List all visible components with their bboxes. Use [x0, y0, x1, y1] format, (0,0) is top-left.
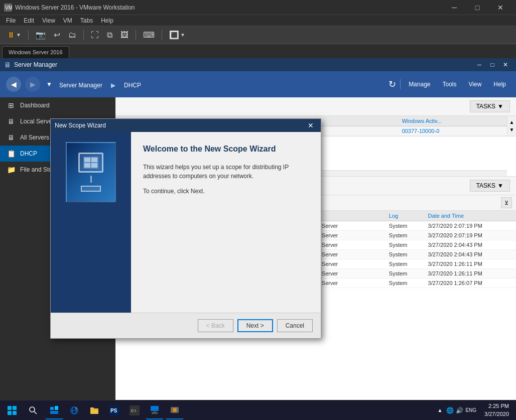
tray-expand-btn[interactable]: ▲	[435, 407, 444, 413]
vmware-title: Windows Server 2016 - VMware Workstation	[15, 4, 443, 11]
clock-date: 3/27/2020	[484, 410, 509, 418]
wizard-continue-text: To continue, click Next.	[143, 187, 309, 196]
sm-manage-button[interactable]: Manage	[405, 79, 434, 90]
svg-point-6	[30, 407, 35, 412]
event-log-cell: System	[385, 250, 424, 259]
event-datetime-cell: 3/27/2020 1:26:07 PM	[424, 278, 516, 288]
sm-titlebar: 🖥 Server Manager ─ □ ✕	[0, 58, 516, 71]
vmware-snapshot-manager-button[interactable]: 🗂	[65, 28, 79, 42]
file-services-icon: 📁	[6, 166, 16, 174]
events-tasks-button[interactable]: TASKS ▼	[470, 180, 510, 192]
svg-rect-2	[8, 406, 12, 410]
vmware-send-ctrl-alt-del-button[interactable]: ⌨	[140, 28, 158, 42]
monitor-screen	[83, 157, 98, 169]
wizard-close-button[interactable]: ✕	[305, 119, 317, 131]
sm-title: Server Manager	[14, 61, 473, 68]
sm-tools-button[interactable]: Tools	[439, 79, 461, 90]
taskbar-item-powershell[interactable]: PS	[105, 401, 123, 419]
all-servers-icon: 🖥	[6, 133, 16, 142]
menu-view[interactable]: View	[38, 15, 59, 26]
event-datetime-cell: 3/27/2020 1:26:11 PM	[424, 259, 516, 269]
sm-close-button[interactable]: ✕	[499, 58, 512, 71]
wizard-titlebar: New Scope Wizard ✕	[51, 119, 321, 132]
taskbar-item-cmd[interactable]: C:\	[125, 401, 144, 419]
sm-breadcrumb: Server Manager ▶ DHCP	[56, 79, 384, 90]
header-separator	[400, 79, 401, 89]
tray-volume-icon[interactable]: 🔊	[456, 407, 463, 414]
svg-text:e: e	[75, 406, 77, 410]
event-datetime-cell: 3/27/2020 1:26:11 PM	[424, 269, 516, 278]
scroll-down-btn[interactable]: ▼	[509, 127, 514, 132]
servers-tasks-button[interactable]: TASKS ▼	[470, 100, 510, 112]
connector-line	[90, 176, 92, 183]
menu-edit[interactable]: Edit	[20, 15, 38, 26]
wizard-illustration	[66, 142, 116, 202]
sm-dropdown-btn[interactable]: ▼	[46, 81, 52, 88]
events-col-datetime[interactable]: Date and Time	[424, 211, 516, 221]
toolbar-separator-4	[162, 30, 162, 40]
servers-tasks-bar: TASKS ▼	[115, 97, 516, 116]
sm-refresh-button[interactable]: ↻	[389, 79, 396, 90]
sm-header: ◀ ▶ ▼ Server Manager ▶ DHCP ↻ Manage Too…	[0, 71, 516, 97]
vmware-snapshot-button[interactable]: 📷	[33, 28, 49, 42]
sm-minimize-button[interactable]: ─	[473, 58, 486, 71]
events-expand-button[interactable]: ⊻	[501, 197, 512, 208]
vmware-revert-button[interactable]: ↩	[51, 28, 63, 42]
tray-language-icon: ENG	[465, 407, 476, 413]
tray-network-icon[interactable]: 🌐	[446, 407, 454, 414]
toolbar-separator-3	[136, 30, 136, 40]
event-datetime-cell: 3/27/2020 2:04:43 PM	[424, 250, 516, 259]
wizard-welcome-title: Welcome to the New Scope Wizard	[143, 144, 309, 155]
sm-help-button[interactable]: Help	[489, 79, 510, 90]
vmware-minimize-button[interactable]: ─	[443, 0, 466, 15]
wizard-back-button[interactable]: < Back	[198, 319, 233, 332]
vmware-fullscreen-button[interactable]: ⛶	[88, 28, 102, 42]
vmware-titlebar-controls: ─ □ ✕	[443, 0, 512, 15]
taskbar-search-button[interactable]	[24, 400, 42, 421]
menu-file[interactable]: File	[2, 15, 20, 26]
wizard-cancel-button[interactable]: Cancel	[277, 319, 313, 332]
events-col-log[interactable]: Log	[385, 211, 424, 221]
taskbar-item-file-manager[interactable]	[85, 401, 103, 419]
svg-rect-16	[90, 407, 94, 409]
clock-time: 2:25 PM	[484, 402, 509, 410]
menu-help[interactable]: Help	[97, 15, 117, 26]
sidebar-label-dashboard: Dashboard	[20, 102, 50, 109]
wizard-description: This wizard helps you set up a scope for…	[143, 163, 309, 181]
vmware-window: VM Windows Server 2016 - VMware Workstat…	[0, 0, 516, 400]
vmware-close-button[interactable]: ✕	[489, 0, 512, 15]
vmware-view-toggle-button[interactable]: 🔳▼	[166, 28, 188, 42]
event-log-cell: System	[385, 269, 424, 278]
wizard-sidebar-image	[51, 132, 131, 313]
sm-maximize-button[interactable]: □	[486, 58, 499, 71]
taskbar-item-ie[interactable]: e	[65, 401, 83, 419]
event-log-cell: System	[385, 278, 424, 288]
sm-forward-button[interactable]: ▶	[25, 77, 40, 92]
scroll-up-btn[interactable]: ▲	[509, 119, 514, 125]
start-button[interactable]	[0, 400, 24, 421]
wizard-next-button[interactable]: Next >	[237, 319, 273, 332]
show-desktop-button[interactable]	[513, 400, 516, 421]
vmware-unity-button[interactable]: ⧉	[104, 28, 115, 42]
taskbar-item-dhcp-tool[interactable]	[166, 401, 184, 419]
toolbar-separator-2	[83, 30, 84, 40]
taskbar-clock[interactable]: 2:25 PM 3/27/2020	[480, 402, 513, 418]
sm-header-tools: ↻ Manage Tools View Help	[389, 79, 510, 90]
sidebar-item-dashboard[interactable]: ⊞ Dashboard	[0, 97, 115, 113]
svg-rect-5	[13, 411, 17, 415]
menu-tabs[interactable]: Tabs	[76, 15, 97, 26]
dashboard-icon: ⊞	[6, 101, 16, 109]
vm-tab-windows-server[interactable]: Windows Server 2016	[2, 46, 69, 58]
event-datetime-cell: 3/27/2020 2:07:19 PM	[424, 221, 516, 231]
vmware-view-button[interactable]: 🖼	[117, 28, 132, 42]
sm-back-button[interactable]: ◀	[6, 77, 21, 92]
svg-rect-3	[13, 406, 17, 410]
taskbar-item-explorer[interactable]	[45, 401, 63, 419]
taskbar-item-server-manager[interactable]	[146, 401, 164, 419]
menu-vm[interactable]: VM	[59, 15, 76, 26]
vmware-maximize-button[interactable]: □	[466, 0, 489, 15]
event-log-cell: System	[385, 231, 424, 240]
vmware-power-button[interactable]: ⏸▼	[4, 28, 24, 42]
col-windows-activation[interactable]: Windows Activ...	[398, 116, 507, 126]
sm-view-button[interactable]: View	[465, 79, 486, 90]
